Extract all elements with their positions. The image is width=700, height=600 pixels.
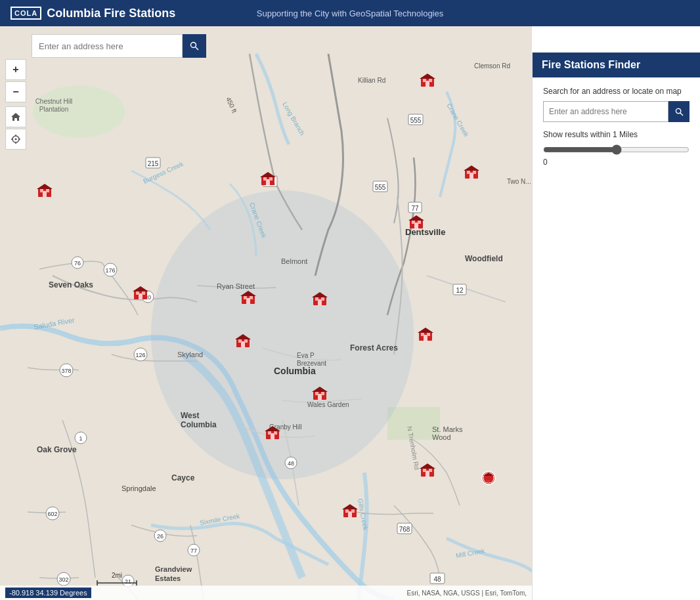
map-search-input[interactable] <box>32 34 183 58</box>
status-bar: -80.918 34.139 Degrees Esri, NASA, NGA, … <box>0 586 532 600</box>
svg-text:Chestnut Hill: Chestnut Hill <box>35 98 73 105</box>
coordinates-display: -80.918 34.139 Degrees <box>5 588 91 598</box>
svg-rect-104 <box>412 221 415 224</box>
slider-label: Show results within 1 Miles <box>543 130 689 139</box>
svg-text:Ryan Street: Ryan Street <box>217 282 255 290</box>
svg-text:Eva P: Eva P <box>297 352 315 359</box>
panel-search-bar <box>543 101 689 122</box>
svg-rect-155 <box>351 509 355 513</box>
svg-rect-110 <box>142 291 145 295</box>
svg-text:Two N...: Two N... <box>507 178 531 185</box>
map-svg: 215 321 555 555 77 12 76 176 20 <box>0 26 532 600</box>
svg-point-164 <box>15 139 17 140</box>
svg-rect-94 <box>467 171 470 174</box>
svg-text:77: 77 <box>411 205 419 212</box>
svg-text:Wood: Wood <box>432 433 451 441</box>
home-button[interactable] <box>5 106 26 127</box>
locate-button[interactable] <box>5 129 26 150</box>
svg-text:Killian Rd: Killian Rd <box>358 77 385 84</box>
svg-rect-100 <box>269 177 273 181</box>
panel-search-button[interactable] <box>668 101 689 122</box>
svg-text:Estates: Estates <box>155 574 181 582</box>
svg-rect-95 <box>473 171 476 174</box>
zoom-in-button[interactable]: + <box>5 59 26 80</box>
map-controls: + − <box>5 59 26 150</box>
svg-text:West: West <box>181 411 199 420</box>
svg-rect-124 <box>421 333 424 336</box>
app-subtitle: Supporting the City with GeoSpatial Tech… <box>257 9 444 18</box>
logo-area: COLA Columbia Fire Stations <box>11 7 175 20</box>
svg-text:Woodfield: Woodfield <box>465 254 503 263</box>
map-attribution: Esri, NASA, NGA, USGS | Esri, TomTom, <box>407 589 527 597</box>
svg-text:602: 602 <box>47 511 57 517</box>
svg-text:21: 21 <box>125 578 131 585</box>
svg-text:768: 768 <box>399 526 410 533</box>
svg-text:378: 378 <box>61 368 71 374</box>
svg-rect-149 <box>485 475 492 481</box>
svg-text:Cayce: Cayce <box>171 473 195 482</box>
svg-rect-140 <box>274 431 277 435</box>
svg-rect-120 <box>321 297 324 301</box>
svg-text:Skyland: Skyland <box>177 351 203 358</box>
panel-description: Search for an address or locate on map <box>543 87 689 96</box>
svg-marker-162 <box>11 113 20 121</box>
svg-rect-114 <box>244 296 247 299</box>
map-container[interactable]: 215 321 555 555 77 12 76 176 20 <box>0 26 532 600</box>
app-header: COLA Columbia Fire Stations Supporting t… <box>0 0 700 26</box>
svg-rect-99 <box>263 177 267 181</box>
panel-search-input[interactable] <box>543 101 668 122</box>
svg-rect-115 <box>250 296 253 299</box>
logo: COLA <box>11 7 41 20</box>
svg-text:126: 126 <box>135 352 145 358</box>
svg-text:Springdale: Springdale <box>121 484 156 492</box>
right-panel: Fire Stations Finder Search for an addre… <box>532 53 700 600</box>
svg-text:26: 26 <box>157 533 164 540</box>
svg-rect-129 <box>238 339 242 343</box>
svg-text:1: 1 <box>79 435 82 442</box>
svg-rect-144 <box>423 469 426 472</box>
svg-text:2mi: 2mi <box>112 572 122 579</box>
svg-rect-139 <box>268 431 271 435</box>
svg-text:Oak Grove: Oak Grove <box>37 445 77 454</box>
svg-rect-90 <box>429 79 432 82</box>
svg-rect-109 <box>136 291 139 295</box>
svg-rect-84 <box>40 189 43 192</box>
svg-text:48: 48 <box>288 460 294 467</box>
svg-text:Clemson Rd: Clemson Rd <box>474 62 510 70</box>
svg-point-160 <box>191 43 196 48</box>
svg-rect-135 <box>321 392 324 395</box>
svg-text:12: 12 <box>456 287 464 294</box>
distance-slider[interactable] <box>543 144 689 155</box>
svg-text:Columbia: Columbia <box>274 366 316 376</box>
svg-text:48: 48 <box>433 576 441 583</box>
slider-value: 0 <box>543 158 689 167</box>
svg-rect-119 <box>315 297 318 301</box>
svg-text:Forest Acres: Forest Acres <box>350 343 398 353</box>
svg-point-3 <box>151 190 414 479</box>
svg-text:St. Marks: St. Marks <box>432 425 463 433</box>
svg-text:302: 302 <box>58 576 68 583</box>
svg-rect-105 <box>418 221 421 224</box>
svg-text:Dentsville: Dentsville <box>405 227 445 237</box>
svg-rect-125 <box>427 333 430 336</box>
svg-rect-154 <box>345 509 349 513</box>
svg-text:Brezevant: Brezevant <box>297 360 326 367</box>
zoom-out-button[interactable]: − <box>5 81 26 102</box>
panel-title: Fire Stations Finder <box>533 53 700 77</box>
svg-rect-85 <box>46 189 49 192</box>
svg-point-169 <box>676 108 680 113</box>
svg-text:Columbia: Columbia <box>181 420 217 429</box>
svg-rect-134 <box>315 392 318 395</box>
svg-text:Belmont: Belmont <box>281 257 307 265</box>
svg-line-170 <box>680 112 682 115</box>
svg-text:Wales Garden: Wales Garden <box>307 401 349 408</box>
svg-text:176: 176 <box>105 267 115 274</box>
svg-text:215: 215 <box>148 160 159 167</box>
map-search-button[interactable] <box>183 34 206 58</box>
svg-rect-145 <box>429 469 432 472</box>
svg-text:555: 555 <box>375 184 386 191</box>
svg-text:555: 555 <box>410 117 422 124</box>
svg-text:Plantation: Plantation <box>39 106 68 113</box>
svg-text:Seven Oaks: Seven Oaks <box>49 280 93 289</box>
map-search-bar[interactable] <box>32 34 206 58</box>
